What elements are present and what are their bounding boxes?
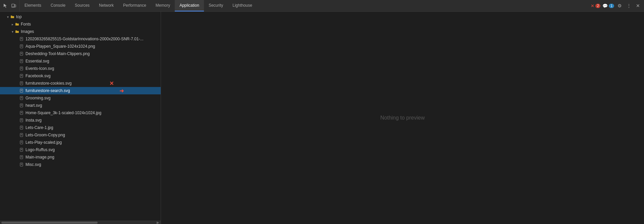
- cursor-x-mark: ✕: [109, 80, 114, 87]
- left-panel: top Fonts Images: [0, 12, 161, 224]
- settings-button[interactable]: ⚙: [616, 2, 623, 9]
- tab-performance[interactable]: Performance: [118, 0, 151, 11]
- tab-memory[interactable]: Memory: [151, 0, 175, 11]
- toolbar-right: ✕ 2 💬 1 ⚙ ⋮ ✕: [588, 0, 644, 11]
- tree-label-top: top: [16, 14, 22, 19]
- tree-images[interactable]: Images: [0, 28, 161, 35]
- file-label-16: Main-image.png: [25, 155, 54, 160]
- file-icon-11: [19, 118, 24, 123]
- file-item-7[interactable]: furniturestore-search.svg ➜: [0, 87, 161, 94]
- horizontal-scrollbar-thumb: [1, 222, 98, 224]
- tab-sources[interactable]: Sources: [70, 0, 94, 11]
- file-icon-3: [19, 59, 24, 63]
- cursor-arrow-mark: ➜: [119, 88, 124, 94]
- tree-label-fonts: Fonts: [21, 22, 31, 27]
- file-icon-1: [19, 44, 24, 49]
- file-icon-5: [19, 74, 24, 78]
- file-item-10[interactable]: Home-Square_3k-1-scaled-1024x1024.jpg: [0, 109, 161, 117]
- nothing-to-preview-text: Nothing to preview: [380, 115, 425, 121]
- tree-arrow-fonts: [10, 22, 15, 27]
- file-label-12: Lets-Care-1.jpg: [25, 125, 53, 130]
- resource-tree[interactable]: top Fonts Images: [0, 12, 161, 221]
- error-badge[interactable]: ✕ 2: [591, 3, 601, 8]
- tabs-container: Elements Console Sources Network Perform…: [20, 0, 257, 11]
- warning-badge[interactable]: 💬 1: [602, 3, 614, 8]
- file-icon-16: [19, 155, 24, 160]
- file-item-2[interactable]: Deshedding-Tool-Main-Clippers.png: [0, 50, 161, 57]
- file-item-14[interactable]: Lets-Play-scaled.jpg: [0, 139, 161, 146]
- file-label-7: furniturestore-search.svg: [25, 88, 70, 93]
- file-label-14: Lets-Play-scaled.jpg: [25, 140, 62, 145]
- file-item-4[interactable]: Events-Icon.svg: [0, 65, 161, 72]
- close-button[interactable]: ✕: [635, 2, 641, 9]
- file-label-1: Aqua-Playpen_Square-1024x1024.png: [25, 44, 95, 49]
- tree-fonts[interactable]: Fonts: [0, 20, 161, 28]
- file-label-17: Misc.svg: [25, 162, 41, 167]
- resize-handle[interactable]: ▶: [157, 221, 161, 224]
- file-icon-17: [19, 162, 24, 167]
- tree-root-top[interactable]: top: [0, 13, 161, 20]
- file-item-9[interactable]: heart.svg: [0, 102, 161, 109]
- file-item-16[interactable]: Main-image.png: [0, 153, 161, 161]
- tab-lighthouse[interactable]: Lighthouse: [228, 0, 257, 11]
- file-label-6: furniturestore-cookies.svg: [25, 81, 71, 86]
- tab-network[interactable]: Network: [94, 0, 118, 11]
- file-icon-7: [19, 88, 24, 93]
- file-label-13: Lets-Groom-Copy.png: [25, 133, 65, 137]
- file-label-4: Events-Icon.svg: [25, 66, 54, 71]
- file-label-9: heart.svg: [25, 103, 42, 108]
- file-item-6[interactable]: furniturestore-cookies.svg ✕: [0, 80, 161, 87]
- folder-icon-fonts: [15, 22, 19, 27]
- right-panel: Nothing to preview: [161, 12, 644, 224]
- file-label-15: Logo-Ruffus.svg: [25, 147, 55, 152]
- file-label-0: 1202083265825515-GoldstarInnovations-200…: [25, 37, 144, 41]
- file-label-11: Insta.svg: [25, 118, 42, 123]
- file-icon-14: [19, 140, 24, 145]
- file-icon-0: [19, 37, 24, 41]
- file-label-5: Facebook.svg: [25, 74, 51, 78]
- tree-arrow-images: [10, 29, 15, 34]
- file-icon-6: [19, 81, 24, 86]
- file-icon-8: [19, 96, 24, 100]
- tab-elements[interactable]: Elements: [20, 0, 46, 11]
- file-icon-10: [19, 110, 24, 115]
- devtools-toolbar: Elements Console Sources Network Perform…: [0, 0, 644, 12]
- tree-arrow-top: [5, 14, 10, 19]
- file-item-0[interactable]: 1202083265825515-GoldstarInnovations-200…: [0, 35, 161, 43]
- file-item-13[interactable]: Lets-Groom-Copy.png: [0, 131, 161, 139]
- file-item-1[interactable]: Aqua-Playpen_Square-1024x1024.png: [0, 43, 161, 50]
- device-toggle-button[interactable]: [11, 3, 17, 9]
- svg-rect-1: [14, 5, 16, 7]
- horizontal-scrollbar[interactable]: ▶: [0, 221, 161, 224]
- tree-label-images: Images: [21, 29, 34, 34]
- file-label-3: Essential.svg: [25, 59, 49, 63]
- file-icon-13: [19, 133, 24, 137]
- file-item-5[interactable]: Facebook.svg: [0, 72, 161, 80]
- file-item-11[interactable]: Insta.svg: [0, 117, 161, 124]
- folder-icon: [10, 14, 15, 19]
- select-element-button[interactable]: [3, 3, 9, 9]
- tab-application[interactable]: Application: [175, 0, 204, 11]
- file-label-2: Deshedding-Tool-Main-Clippers.png: [25, 51, 90, 56]
- tab-security[interactable]: Security: [204, 0, 228, 11]
- file-item-17[interactable]: Misc.svg: [0, 161, 161, 168]
- file-icon-2: [19, 51, 24, 56]
- file-icon-15: [19, 147, 24, 152]
- tab-console[interactable]: Console: [46, 0, 70, 11]
- file-label-8: Grooming.svg: [25, 96, 51, 100]
- file-icon-12: [19, 125, 24, 130]
- file-label-10: Home-Square_3k-1-scaled-1024x1024.jpg: [25, 110, 101, 115]
- more-button[interactable]: ⋮: [625, 2, 633, 9]
- file-icon-4: [19, 66, 24, 71]
- file-item-15[interactable]: Logo-Ruffus.svg: [0, 146, 161, 153]
- file-item-3[interactable]: Essential.svg: [0, 57, 161, 65]
- folder-icon-images: [15, 29, 19, 34]
- file-item-12[interactable]: Lets-Care-1.jpg: [0, 124, 161, 131]
- toolbar-icon-group: [0, 0, 20, 11]
- file-icon-9: [19, 103, 24, 108]
- file-item-8[interactable]: Grooming.svg: [0, 94, 161, 102]
- main-content: top Fonts Images: [0, 12, 644, 224]
